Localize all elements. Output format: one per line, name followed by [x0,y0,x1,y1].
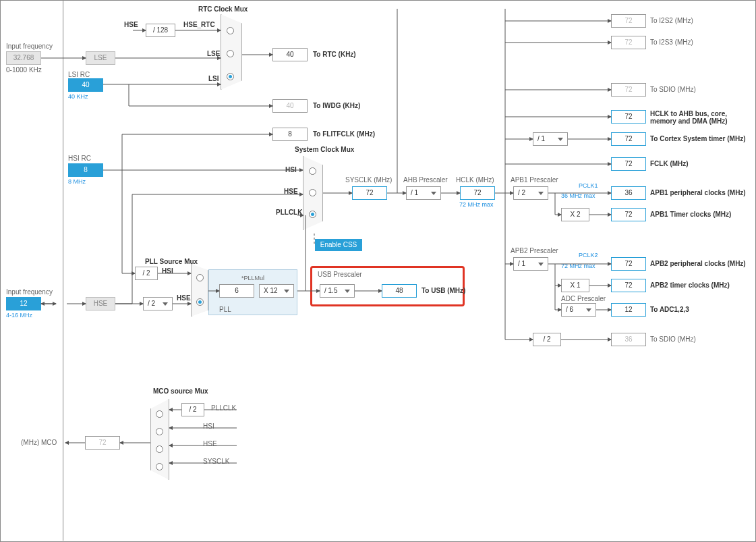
wires-overlay [1,1,756,542]
clock-config-canvas: Input frequency 32.768 0-1000 KHz LSE LS… [0,0,756,542]
